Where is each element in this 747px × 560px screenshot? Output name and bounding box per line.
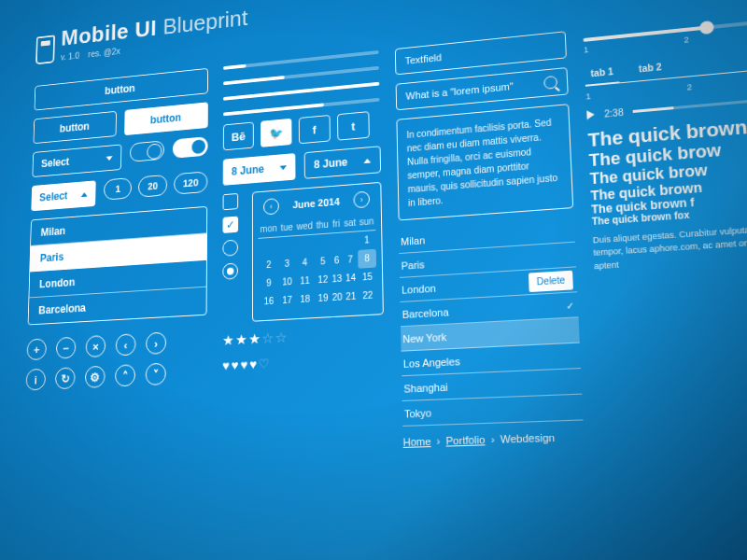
list-item-label: Tokyo (404, 407, 431, 420)
list-item-label: Shanghai (403, 381, 447, 394)
cal-day[interactable]: 16 (259, 291, 280, 311)
chip[interactable]: 120 (174, 171, 208, 194)
cal-day (279, 236, 294, 255)
delete-button[interactable]: Delete (529, 270, 573, 291)
cal-dow: sat (343, 214, 358, 232)
cal-day[interactable]: 6 (331, 251, 344, 271)
cal-day[interactable]: 9 (259, 273, 280, 293)
cal-day[interactable]: 4 (295, 253, 316, 273)
star-rating[interactable]: ★ ★ ★ ☆ ☆ (222, 329, 287, 348)
checkbox-empty[interactable] (223, 193, 239, 210)
radio-empty[interactable] (222, 239, 238, 256)
select-label: Select (41, 156, 69, 170)
chevron-left-icon[interactable]: ‹ (116, 333, 136, 356)
crumb-current: Webdesign (500, 431, 556, 445)
cal-day[interactable]: 10 (279, 273, 295, 292)
refresh-icon[interactable]: ↻ (55, 367, 76, 389)
chevron-down-icon (280, 165, 287, 170)
cal-dow: tue (279, 218, 294, 237)
city-list-detail: MilanParisLondonDeleteBarcelonaNew YorkL… (399, 217, 584, 427)
cal-day (343, 231, 358, 251)
cal-day[interactable]: 2 (258, 255, 279, 274)
cal-day (258, 237, 279, 257)
cal-day[interactable]: 15 (358, 267, 376, 287)
date-label: 8 June (314, 156, 347, 171)
chevron-right-icon[interactable]: › (146, 332, 166, 355)
toggle-outline[interactable] (130, 140, 164, 161)
chevron-down-icon[interactable]: ˅ (146, 363, 166, 385)
list-item-label: New York (402, 330, 446, 344)
cal-day[interactable]: 8 (358, 248, 376, 268)
star-icon: ☆ (275, 329, 287, 345)
cal-dow: sun (358, 212, 376, 231)
crumb-link[interactable]: Home (402, 435, 430, 447)
heart-icon: ♡ (259, 356, 270, 371)
slider[interactable]: 1 2 3 (583, 7, 747, 54)
cal-dow: wed (294, 217, 315, 235)
cal-day[interactable]: 5 (315, 252, 331, 272)
button-filled[interactable]: button (124, 102, 208, 135)
cal-day (315, 233, 331, 253)
paragraph-block: In condimentum facilisis porta. Sed nec … (396, 104, 573, 220)
twitter-icon[interactable]: 🐦 (261, 119, 291, 147)
cal-day[interactable]: 19 (316, 288, 331, 308)
tab[interactable]: tab 1 (585, 61, 620, 87)
cal-grid: montuewedthufrisatsun 123456789101112131… (258, 212, 376, 311)
toggle-filled[interactable] (173, 136, 208, 159)
cal-day[interactable]: 18 (295, 289, 316, 309)
chip[interactable]: 20 (138, 175, 167, 198)
progress-bar (223, 66, 379, 85)
tumblr-icon[interactable]: t (337, 111, 370, 141)
player-progress[interactable] (633, 95, 747, 113)
date-picker-filled[interactable]: 8 June (223, 153, 296, 186)
cal-day[interactable]: 20 (331, 287, 344, 307)
app-logo-icon (35, 35, 55, 64)
version-label: v. 1.0 (61, 51, 79, 63)
cal-dow: mon (258, 219, 279, 238)
date-picker-outline[interactable]: 8 June (304, 146, 381, 179)
cal-prev[interactable]: ‹ (263, 198, 279, 215)
chevron-up-icon[interactable]: ˄ (115, 364, 135, 386)
progress-bars (223, 50, 380, 116)
facebook-icon[interactable]: f (299, 115, 331, 144)
tick: 1 (584, 45, 589, 54)
typography-samples: The quick brown The quick brow The quick… (587, 111, 747, 273)
star-icon: ★ (248, 330, 260, 347)
cal-day[interactable]: 14 (343, 268, 358, 287)
cal-next[interactable]: › (353, 191, 370, 209)
cal-day (331, 232, 344, 251)
tab-mark: 1 (585, 91, 591, 101)
cal-day[interactable]: 11 (295, 271, 316, 290)
heart-rating[interactable]: ♥ ♥ ♥ ♥ ♡ (222, 350, 385, 372)
crumb-link[interactable]: Portfolio (445, 434, 485, 447)
search-placeholder: What is a "lorem ipsum" (405, 80, 514, 101)
gear-icon[interactable]: ⚙ (85, 366, 106, 388)
cal-day[interactable]: 7 (343, 250, 358, 270)
behance-icon[interactable]: Bē (223, 122, 254, 151)
radio-checked[interactable] (222, 262, 238, 279)
info-icon[interactable]: i (25, 369, 46, 391)
close-icon[interactable]: × (86, 335, 106, 357)
cal-day[interactable]: 17 (279, 290, 295, 310)
text-field[interactable]: Textfield (395, 31, 567, 75)
select-outline[interactable]: Select (32, 144, 121, 177)
checkbox-checked[interactable]: ✓ (223, 217, 239, 233)
search-field[interactable]: What is a "lorem ipsum" (396, 67, 569, 110)
tab-mark: 2 (686, 82, 692, 92)
cal-day[interactable]: 3 (279, 254, 294, 273)
plus-icon[interactable]: + (26, 338, 46, 360)
minus-icon[interactable]: − (56, 337, 77, 359)
cal-day[interactable]: 22 (359, 286, 377, 305)
chevron-right-icon: › (490, 433, 494, 445)
cal-day[interactable]: 1 (358, 231, 376, 250)
play-icon[interactable] (586, 110, 595, 120)
chip[interactable]: 1 (104, 177, 132, 201)
cal-day[interactable]: 21 (344, 287, 359, 306)
cal-day[interactable]: 12 (315, 270, 331, 289)
cal-day[interactable]: 13 (331, 269, 344, 288)
icon-buttons: + − × ‹ › i ↻ ⚙ ˄ ˅ (25, 329, 206, 390)
tab[interactable]: tab 2 (632, 56, 669, 81)
button-outline[interactable]: button (34, 111, 117, 144)
star-icon: ☆ (261, 329, 273, 346)
select-filled[interactable]: Select (31, 180, 96, 211)
